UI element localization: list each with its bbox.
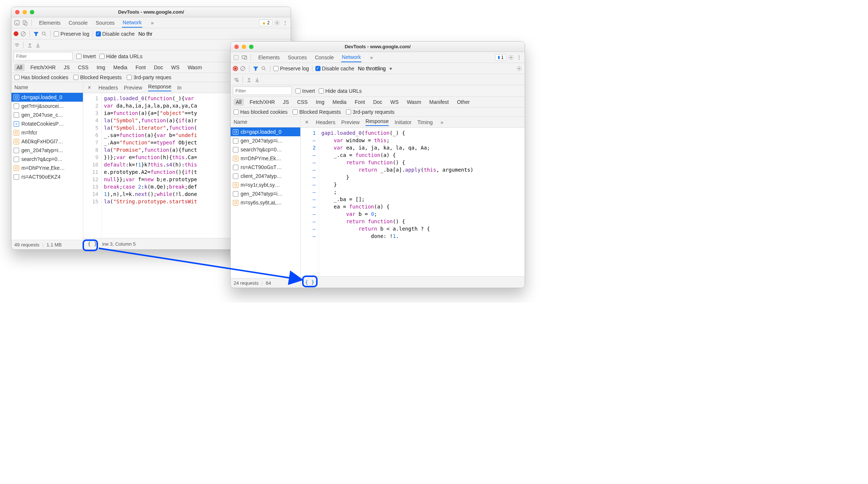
download-icon[interactable] [254,76,260,83]
request-row[interactable]: ⟨⟩cb=gapi.loaded_0 [231,127,300,136]
request-row[interactable]: ⟨⟩A6DkqFxHDGl7… [11,137,83,146]
settings-icon[interactable] [274,20,280,26]
filter-wasm[interactable]: Wasm [185,64,204,71]
record-icon[interactable] [233,66,238,71]
filter-img[interactable]: Img [314,98,326,106]
titlebar[interactable]: DevTools - www.google.com/ [231,42,525,52]
filter-ws[interactable]: WS [388,98,401,106]
tab-response[interactable]: Response [148,84,171,91]
clear-icon[interactable] [20,31,27,37]
request-row[interactable]: ⟨⟩m=sy1r,sybt,sy… [231,180,300,189]
request-row[interactable]: ≡RotateCookiesP… [11,119,83,128]
minimize-icon[interactable] [242,45,246,49]
request-row[interactable]: get?rt=j&sourcei… [11,102,83,111]
tab-network[interactable]: Network [122,18,142,28]
network-settings-icon[interactable] [516,65,522,72]
disable-cache-checkbox[interactable]: Disable cache [96,31,135,37]
pretty-print-icon[interactable]: { } [86,240,98,248]
request-row[interactable]: ⟨⟩m=DhPYme,Ek… [231,154,300,163]
device-icon[interactable] [241,54,248,61]
device-icon[interactable] [22,20,28,26]
preserve-log-checkbox[interactable]: Preserve log [273,66,309,71]
name-column-header[interactable]: Name [231,117,300,127]
filter-doc[interactable]: Doc [152,64,165,71]
messages-badge[interactable]: ▮1 [495,54,506,61]
tab-elements[interactable]: Elements [258,53,280,62]
request-row[interactable]: search?q&cp=0… [231,145,300,154]
request-row[interactable]: client_204?atyp… [231,172,300,180]
filter-img[interactable]: Img [94,64,107,71]
inspect-icon[interactable] [14,20,20,26]
filter-all[interactable]: All [234,98,244,106]
request-row[interactable]: gen_204?atyp=i… [231,136,300,145]
tab-initiator[interactable]: In [177,85,182,91]
download-icon[interactable] [35,42,41,48]
request-row[interactable]: gen_204?use_c… [11,111,83,119]
close-icon[interactable] [234,45,239,49]
name-column-header[interactable]: Name [11,82,83,93]
network-conditions-icon[interactable] [14,42,20,48]
third-party-checkbox[interactable]: 3rd-party reques [127,74,171,80]
request-row[interactable]: gen_204?atyp=i… [231,189,300,198]
request-row[interactable]: rs=ACT90oGsT… [231,163,300,172]
tab-preview[interactable]: Preview [124,85,142,91]
close-icon[interactable]: × [86,84,92,91]
filter-fetch[interactable]: Fetch/XHR [28,64,58,71]
filter-fetch[interactable]: Fetch/XHR [248,98,277,106]
tab-console[interactable]: Console [68,18,88,27]
minimize-icon[interactable] [22,10,27,14]
tab-elements[interactable]: Elements [38,18,61,27]
filter-all[interactable]: All [14,64,25,71]
invert-checkbox[interactable]: Invert [76,53,96,59]
tab-initiator[interactable]: Initiator [395,119,412,125]
titlebar[interactable]: DevTools - www.google.com/ [11,7,291,17]
tab-response[interactable]: Response [365,118,389,126]
filter-doc[interactable]: Doc [371,98,385,106]
filter-icon[interactable] [33,31,39,37]
filter-media[interactable]: Media [111,64,130,71]
more-tabs-icon[interactable]: » [149,20,155,26]
blocked-requests-checkbox[interactable]: Blocked Requests [73,74,122,80]
chevron-down-icon[interactable]: ▾ [387,65,394,72]
throttling-select[interactable]: No thr [139,31,153,37]
kebab-icon[interactable]: ⋮ [516,54,522,61]
record-icon[interactable] [14,31,18,36]
network-conditions-icon[interactable] [233,76,239,83]
blocked-cookies-checkbox[interactable]: Has blocked cookies [234,109,287,115]
tab-preview[interactable]: Preview [341,119,360,125]
request-row[interactable]: ⟨⟩cb=gapi.loaded_0 [11,93,83,102]
kebab-icon[interactable]: ⋮ [282,20,288,26]
filter-input[interactable] [14,52,73,60]
upload-icon[interactable] [246,76,252,83]
filter-css[interactable]: CSS [295,98,310,106]
filter-media[interactable]: Media [330,98,349,106]
filter-css[interactable]: CSS [76,64,91,71]
pretty-print-icon[interactable]: { } [304,278,316,286]
settings-icon[interactable] [508,54,514,61]
invert-checkbox[interactable]: Invert [295,88,315,94]
filter-ws[interactable]: WS [169,64,182,71]
request-row[interactable]: ⟨⟩m=hfcr [11,128,83,137]
blocked-requests-checkbox[interactable]: Blocked Requests [293,109,341,115]
preserve-log-checkbox[interactable]: Preserve log [54,31,90,37]
request-row[interactable]: search?q&cp=0… [11,155,83,164]
search-icon[interactable] [41,31,48,37]
filter-icon[interactable] [252,65,259,72]
tab-sources[interactable]: Sources [287,53,307,62]
filter-js[interactable]: JS [281,98,291,106]
upload-icon[interactable] [27,42,33,48]
close-icon[interactable]: × [304,119,310,126]
hide-data-urls-checkbox[interactable]: Hide data URLs [319,88,362,94]
tab-headers[interactable]: Headers [98,85,118,91]
clear-icon[interactable] [239,65,246,72]
disable-cache-checkbox[interactable]: Disable cache [315,66,354,71]
filter-wasm[interactable]: Wasm [405,98,423,106]
filter-js[interactable]: JS [62,64,72,71]
tab-network[interactable]: Network [341,53,361,62]
request-row[interactable]: rs=ACT90oEKZ4 [11,172,83,181]
filter-input[interactable] [233,87,292,95]
filter-font[interactable]: Font [353,98,367,106]
maximize-icon[interactable] [30,10,34,14]
more-tabs-icon[interactable]: » [439,119,445,126]
search-icon[interactable] [260,65,267,72]
